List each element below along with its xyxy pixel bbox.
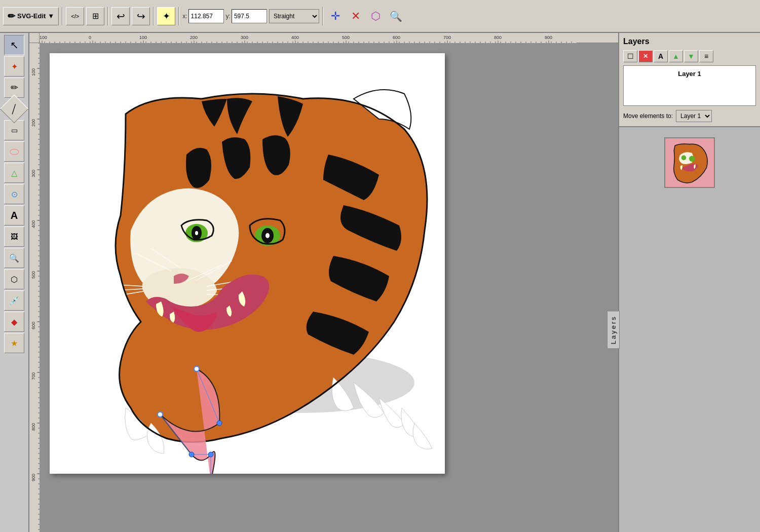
ruler-h-canvas [40,33,577,43]
node-edit-tool-button[interactable]: ✦ [4,56,24,77]
separator-2 [107,7,108,25]
xml-editor-button[interactable]: </> [66,7,84,25]
layers-title: Layers [623,37,756,46]
separator-4 [178,7,179,25]
canvas-settings-button[interactable]: ⊞ [86,7,104,25]
polygon-tool-button[interactable]: ⬡ [4,269,24,289]
separator-5 [322,7,323,25]
canvas-bg [50,53,582,532]
thumbnail-svg [665,138,714,187]
delete-node-button[interactable]: ✕ [347,7,365,25]
tiger-eye-shine-right [265,233,270,238]
x-label: x: [182,13,187,20]
vertical-ruler [29,43,40,532]
rename-layer-button[interactable]: A [654,50,668,62]
zoom-fit-button[interactable]: 🔍 [387,7,405,25]
select-tool-button[interactable]: ↖ [4,35,24,55]
main-area: ↖ ✦ ✏ ╲ ▭ ⬭ △ ⊙ A 🖼 🔍 ⬡ 💉 ◆ ★ [0,33,760,532]
ellipse-tool-button[interactable]: ⬭ [4,141,24,162]
move-elements-row: Move elements to: Layer 1 [623,110,756,122]
drawing-canvas[interactable] [50,53,445,474]
layer-thumbnail [664,137,715,188]
right-panel: Layers ☐ ✕ A ▲ ▼ ≡ Layer 1 Move elements… [618,33,760,532]
layers-side-tab[interactable]: Layers [607,311,620,349]
fur-6 [413,423,432,449]
canvas-wrapper [29,33,618,532]
zoom-tool-button[interactable]: 🔍 [4,248,24,268]
x-input[interactable] [188,9,224,23]
svg-edit-menu-button[interactable]: ✏ SVG-Edit ▼ [3,7,59,25]
y-input[interactable] [232,9,267,23]
layer-1-item[interactable]: Layer 1 [623,65,756,106]
text-tool-button[interactable]: A [4,205,24,225]
pencil-icon: ✏ [8,11,15,22]
y-coord-field: y: [226,9,267,23]
redo-button[interactable]: ↪ [132,7,150,25]
cylinder-tool-button[interactable]: ⊙ [4,184,24,204]
tiger-svg [50,53,445,474]
y-label: y: [226,13,231,20]
separator-1 [62,7,63,25]
eyedropper-tool-button[interactable]: 💉 [4,290,24,311]
ruler-v-canvas [29,43,40,532]
layers-toolbar: ☐ ✕ A ▲ ▼ ≡ [623,50,756,62]
new-layer-button[interactable]: ☐ [623,50,637,62]
ruler-corner [29,33,40,43]
layers-panel: Layers ☐ ✕ A ▲ ▼ ≡ Layer 1 Move elements… [619,33,760,127]
horizontal-ruler [40,33,618,43]
path-tool-button[interactable]: △ [4,163,24,183]
thumbnail-area [619,127,760,198]
node-segment-button[interactable]: ⬡ [367,7,385,25]
delete-layer-button[interactable]: ✕ [638,50,653,62]
left-toolbar: ↖ ✦ ✏ ╲ ▭ ⬭ △ ⊙ A 🖼 🔍 ⬡ 💉 ◆ ★ [0,33,29,532]
image-tool-button[interactable]: 🖼 [4,226,24,247]
svg-edit-arrow: ▼ [48,12,54,20]
add-node-button[interactable]: ✛ [326,7,345,25]
diamond-tool-button[interactable]: ◆ [4,312,24,332]
star-tool-button[interactable]: ★ [4,333,24,353]
layer-menu-button[interactable]: ≡ [699,50,713,62]
move-layer-up-button[interactable]: ▲ [669,50,683,62]
x-coord-field: x: [182,9,223,23]
svg-point-1 [681,156,687,161]
main-toolbar: ✏ SVG-Edit ▼ </> ⊞ ↩ ↪ ✦ x: y: Straight … [0,0,760,33]
segment-type-select[interactable]: Straight Curve Symmetric Auto-smooth [269,9,319,23]
svg-point-2 [689,156,695,162]
move-layer-down-button[interactable]: ▼ [684,50,698,62]
layer-1-label: Layer 1 [678,70,701,78]
forehead-mark-1 [186,148,211,188]
line-tool-button[interactable]: ╲ [0,95,28,124]
canvas-container[interactable] [40,43,618,532]
node-tool-button[interactable]: ✦ [157,7,175,25]
move-elements-label: Move elements to: [623,112,673,120]
undo-button[interactable]: ↩ [111,7,130,25]
separator-3 [153,7,154,25]
move-elements-select[interactable]: Layer 1 [676,110,712,122]
tiger-eye-shine-left [195,231,198,235]
svg-edit-label: SVG-Edit [17,12,46,20]
